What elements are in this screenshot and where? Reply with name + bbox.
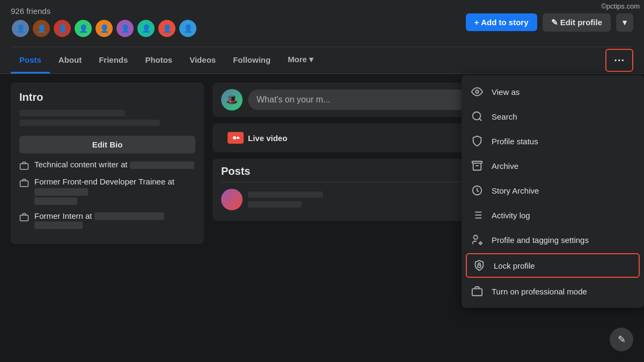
friend-avatar-3: 👤: [53, 19, 72, 38]
tab-photos[interactable]: Photos: [136, 48, 181, 73]
work-item-3: Former Intern at: [19, 211, 195, 230]
work-item-2: Former Front-end Developer Trainee at: [19, 177, 195, 205]
svg-point-3: [233, 136, 236, 139]
friends-avatars: 👤 👤 👤 👤 👤 👤 👤 👤 👤: [11, 19, 197, 38]
profile-dropdown-button[interactable]: ▾: [616, 13, 633, 32]
friend-avatar-8: 👤: [157, 19, 177, 38]
live-video-button[interactable]: Live video: [221, 128, 294, 148]
menu-item-activity-log[interactable]: Activity log: [462, 203, 644, 227]
floating-edit-button[interactable]: ✎: [610, 328, 633, 351]
work-icon-1: [19, 161, 29, 171]
lock-shield-icon: [472, 258, 486, 272]
menu-label-archive: Archive: [492, 161, 518, 171]
person-gear-icon: [470, 233, 484, 247]
menu-item-professional-mode[interactable]: Turn on professional mode: [462, 279, 644, 304]
svg-rect-20: [472, 289, 482, 295]
menu-item-archive[interactable]: Archive: [462, 153, 644, 178]
menu-label-view-as: View as: [492, 87, 519, 97]
friends-count: 926 friends: [11, 6, 197, 16]
more-options-button[interactable]: ···: [605, 49, 633, 72]
add-to-story-button[interactable]: + Add to story: [466, 13, 537, 31]
profile-info-row: 926 friends 👤 👤 👤 👤 👤 👤 👤 👤 👤 + Add to s…: [11, 6, 633, 45]
friend-avatar-9: 👤: [178, 19, 197, 38]
friend-avatar-2: 👤: [32, 19, 51, 38]
intro-card: Intro Edit Bio Technical content writer …: [11, 83, 204, 244]
bio-blurred-1: [19, 110, 125, 116]
menu-label-professional-mode: Turn on professional mode: [492, 287, 587, 296]
friend-avatar-1: 👤: [11, 19, 30, 38]
svg-line-7: [479, 119, 481, 121]
dropdown-menu: View as Search Profile status Archive: [462, 75, 644, 308]
menu-label-search: Search: [492, 112, 517, 121]
floating-edit-icon: ✎: [618, 334, 626, 345]
svg-rect-2: [20, 215, 28, 221]
work-icon-3: [19, 212, 29, 222]
friend-avatar-7: 👤: [136, 19, 156, 38]
menu-item-search[interactable]: Search: [462, 104, 644, 129]
svg-point-17: [474, 235, 478, 239]
live-video-label: Live video: [248, 134, 287, 143]
menu-item-profile-status[interactable]: Profile status: [462, 129, 644, 153]
menu-label-profile-tagging: Profile and tagging settings: [492, 235, 589, 245]
friend-avatar-5: 👤: [94, 19, 114, 38]
tab-friends[interactable]: Friends: [90, 48, 136, 73]
work-text-2: Former Front-end Developer Trainee at: [34, 177, 195, 205]
tab-posts[interactable]: Posts: [11, 48, 50, 73]
list-icon: [470, 208, 484, 222]
profile-actions: + Add to story ✎ Edit profile ▾: [466, 13, 633, 32]
tab-about[interactable]: About: [50, 48, 90, 73]
eye-icon: [470, 85, 484, 99]
tab-more[interactable]: More ▾: [279, 47, 322, 73]
svg-point-5: [475, 90, 479, 93]
svg-point-6: [473, 112, 481, 120]
post-user-avatar: [221, 189, 243, 210]
menu-item-story-archive[interactable]: Story Archive: [462, 178, 644, 203]
svg-rect-4: [237, 137, 239, 139]
company-blurred-1: [130, 161, 194, 169]
menu-label-lock-profile: Lock profile: [494, 261, 535, 270]
work-icon-2: [19, 178, 29, 188]
post-content-blurred: [248, 201, 302, 208]
cover-area: 926 friends 👤 👤 👤 👤 👤 👤 👤 👤 👤 + Add to s…: [0, 0, 644, 74]
menu-label-activity-log: Activity log: [492, 211, 530, 220]
svg-point-18: [480, 242, 482, 245]
bio-blurred-2: [19, 120, 160, 126]
clock-icon: [470, 183, 484, 197]
left-sidebar: Intro Edit Bio Technical content writer …: [11, 83, 204, 352]
live-icon: [228, 132, 244, 144]
company-blurred-2: [34, 188, 88, 196]
briefcase-icon: [470, 284, 484, 298]
posts-title: Posts: [221, 165, 250, 178]
svg-rect-19: [478, 265, 481, 268]
friend-avatar-6: 👤: [115, 19, 135, 38]
tab-videos[interactable]: Videos: [181, 48, 224, 73]
tab-following[interactable]: Following: [224, 48, 279, 73]
company-blurred-3: [94, 212, 164, 220]
user-avatar: 🎩: [221, 89, 243, 110]
svg-rect-8: [472, 161, 482, 164]
archive-icon: [470, 159, 484, 173]
work-text-1: Technical content writer at: [34, 160, 194, 169]
menu-item-lock-profile[interactable]: Lock profile: [466, 253, 640, 278]
menu-label-story-archive: Story Archive: [492, 186, 539, 195]
post-name-blurred: [248, 191, 323, 198]
edit-bio-button[interactable]: Edit Bio: [19, 136, 195, 153]
profile-nav-tabs: Posts About Friends Photos Videos Follow…: [11, 47, 633, 73]
edit-profile-button[interactable]: ✎ Edit profile: [543, 13, 611, 32]
search-icon: [470, 109, 484, 123]
menu-label-profile-status: Profile status: [492, 137, 538, 146]
friend-avatar-4: 👤: [74, 19, 93, 38]
svg-rect-1: [20, 181, 28, 187]
shield-icon: [470, 134, 484, 148]
profile-left: 926 friends 👤 👤 👤 👤 👤 👤 👤 👤 👤: [11, 6, 197, 38]
intro-title: Intro: [19, 91, 195, 104]
watermark: ©pctips.com: [601, 2, 640, 10]
menu-item-profile-tagging[interactable]: Profile and tagging settings: [462, 227, 644, 252]
work-text-3: Former Intern at: [34, 211, 164, 230]
menu-item-view-as[interactable]: View as: [462, 79, 644, 104]
svg-rect-0: [20, 164, 28, 169]
work-item-1: Technical content writer at: [19, 160, 195, 171]
